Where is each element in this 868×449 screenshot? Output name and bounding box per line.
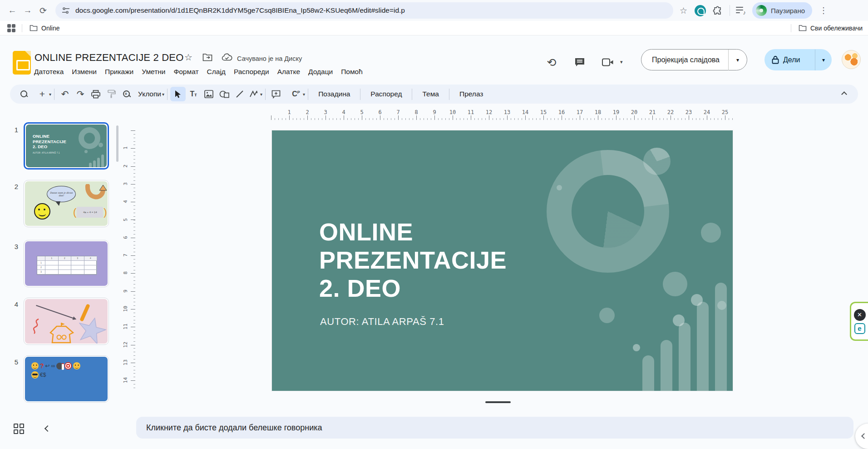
menu-help[interactable]: Помоћ	[337, 65, 367, 78]
transition-button[interactable]: Прелаз	[452, 87, 490, 101]
add-comment-icon[interactable]	[268, 87, 284, 101]
thumb1-bars-decoration	[89, 155, 104, 167]
slide-thumbnail-5[interactable]: ? ↩ ∞ €$	[24, 355, 109, 403]
menu-insert[interactable]: Уметни	[138, 65, 169, 78]
document-title[interactable]: ONLINE PREZENTACIJE 2 DEO	[35, 52, 184, 64]
all-bookmarks-folder-icon	[799, 25, 807, 31]
slide-thumbnail-3[interactable]: 1234123	[24, 240, 109, 287]
undo-icon[interactable]: ↶	[57, 87, 73, 101]
notes-resize-handle[interactable]	[485, 401, 511, 403]
comments-icon[interactable]	[571, 54, 588, 71]
slide-title-text[interactable]: ONLINE PREZENTACIJE 2. DEO	[319, 218, 507, 302]
insert-shape-icon[interactable]	[217, 87, 232, 101]
zoom-in-icon[interactable]: +	[119, 87, 134, 101]
widget-close-icon[interactable]: ✕	[854, 309, 866, 321]
profile-paused-button[interactable]: Паузирано	[752, 2, 812, 19]
all-bookmarks-label[interactable]: Сви обележивачи	[810, 25, 863, 32]
star-document-icon[interactable]: ☆	[184, 52, 192, 63]
line-category-caret-icon[interactable]: ▾	[260, 92, 262, 97]
back-icon[interactable]: ←	[5, 3, 20, 18]
print-icon[interactable]	[88, 87, 104, 101]
collapse-filmstrip-chevron-icon[interactable]	[44, 425, 51, 432]
thumb1-subtitle: AUTOR: ATILA ARPAŠ 7.1	[33, 152, 60, 154]
toolbar-divider	[54, 89, 54, 100]
redo-icon[interactable]: ↷	[73, 87, 88, 101]
hide-menus-chevron-icon[interactable]	[841, 91, 847, 97]
search-menus-icon[interactable]	[16, 87, 32, 101]
select-tool-icon[interactable]	[170, 87, 186, 101]
bookmark-folder-online[interactable]: Online	[41, 25, 59, 32]
circle-decoration	[643, 148, 671, 175]
saved-status[interactable]: Сачувано је на Диску	[237, 55, 302, 62]
speech-bubble: Danas nam je divan dan!	[47, 186, 76, 202]
slide-canvas[interactable]: ONLINE PREZENTACIJE 2. DEO AUTOR: ATILA …	[272, 130, 733, 391]
paint-format-icon[interactable]	[104, 87, 119, 101]
privacy-logo-icon	[756, 5, 767, 16]
fit-zoom-label[interactable]: Уклопи	[138, 90, 161, 98]
thumb1-donut-decoration	[79, 127, 100, 149]
text-box-icon[interactable]: Tт	[186, 87, 201, 101]
saved-cloud-icon[interactable]	[222, 53, 232, 61]
eset-logo-icon[interactable]: e	[854, 323, 865, 334]
slide-thumbnail-1[interactable]: ONLINE PREZENTACIJE 2. DEO AUTOR: ATILA …	[24, 122, 109, 170]
editor-toolbar: + ▾ ↶ ↷ + Уклопи ▾ Tт ▾	[10, 85, 858, 104]
toolbar-divider	[308, 89, 308, 100]
chat-extension-icon[interactable]	[695, 5, 706, 16]
meet-caret-icon[interactable]: ▾	[620, 59, 623, 65]
slide-thumbnail-2[interactable]: Danas nam je divan dan! ( 4a + 4 = 14 )	[24, 180, 109, 227]
menu-slide[interactable]: Слајд	[203, 65, 230, 78]
url-text[interactable]: docs.google.com/presentation/d/1d1EQnBR2…	[75, 6, 405, 15]
reload-icon[interactable]: ⟳	[35, 3, 51, 18]
apps-grid-icon[interactable]	[7, 24, 15, 32]
tab-audio-list-icon[interactable]: ♪	[736, 6, 746, 15]
slide-subtitle-text[interactable]: AUTOR: ATILA ARPAŠ 7.1	[320, 316, 444, 328]
move-to-folder-icon[interactable]	[202, 53, 212, 61]
slide-number-2: 2	[10, 183, 18, 190]
filmstrip-scrollbar[interactable]	[116, 125, 118, 162]
mini-table: 1234123	[37, 256, 97, 275]
meet-camera-icon[interactable]	[599, 54, 616, 71]
theme-button[interactable]: Тема	[415, 87, 446, 101]
antivirus-widget[interactable]: ✕ e	[850, 302, 868, 341]
layout-button[interactable]: Распоред	[363, 87, 409, 101]
cp-tool-caret-icon[interactable]: ▾	[303, 92, 305, 97]
slideshow-caret-icon[interactable]: ▾	[729, 57, 747, 63]
line-category-icon[interactable]	[246, 87, 261, 101]
insert-image-icon[interactable]	[201, 87, 217, 101]
slideshow-label: Пројекција слајдова	[641, 56, 728, 64]
forward-icon[interactable]: →	[20, 3, 35, 18]
menu-file[interactable]: Датотека	[30, 65, 68, 78]
share-button[interactable]: Дели ▾	[764, 49, 832, 70]
google-slides-logo[interactable]	[13, 51, 31, 75]
account-avatar[interactable]	[842, 50, 861, 69]
toolbar-divider	[265, 89, 266, 100]
toolbar-divider	[449, 89, 449, 100]
site-settings-icon[interactable]	[62, 7, 70, 14]
side-panel-toggle-button[interactable]	[855, 424, 868, 449]
menu-addons[interactable]: Додаци	[304, 65, 337, 78]
bookmarks-bar: Online Сви обележивачи	[0, 21, 868, 35]
browser-menu-icon[interactable]: ⋮	[819, 5, 828, 15]
version-history-icon[interactable]: ⟲	[543, 54, 560, 71]
grid-view-icon[interactable]	[14, 424, 25, 434]
speaker-notes-placeholder[interactable]: Кликните да бисте додали белешке говорни…	[146, 423, 322, 433]
address-bar[interactable]: docs.google.com/presentation/d/1d1EQnBR2…	[55, 2, 673, 19]
speaker-notes-bar[interactable]: Кликните да бисте додали белешке говорни…	[136, 417, 853, 439]
share-caret-icon[interactable]: ▾	[815, 57, 832, 63]
insert-line-icon[interactable]	[232, 87, 247, 101]
folder-icon	[30, 25, 38, 31]
slide-thumbnail-4[interactable]	[24, 298, 109, 345]
new-slide-caret-icon[interactable]: ▾	[49, 92, 51, 97]
fit-zoom-caret-icon[interactable]: ▾	[162, 92, 164, 97]
bookmark-star-icon[interactable]: ☆	[680, 5, 687, 16]
new-slide-button[interactable]: +	[35, 87, 50, 101]
menu-view[interactable]: Прикажи	[101, 65, 138, 78]
extensions-puzzle-icon[interactable]	[712, 5, 723, 16]
cp-tool-icon[interactable]: CP	[288, 87, 304, 101]
menu-format[interactable]: Формат	[169, 65, 202, 78]
menu-tools[interactable]: Алатке	[273, 65, 304, 78]
menu-edit[interactable]: Измени	[68, 65, 101, 78]
slideshow-button[interactable]: Пројекција слајдова ▾	[641, 49, 747, 70]
background-button[interactable]: Позадина	[311, 87, 357, 101]
menu-arrange[interactable]: Распореди	[230, 65, 273, 78]
